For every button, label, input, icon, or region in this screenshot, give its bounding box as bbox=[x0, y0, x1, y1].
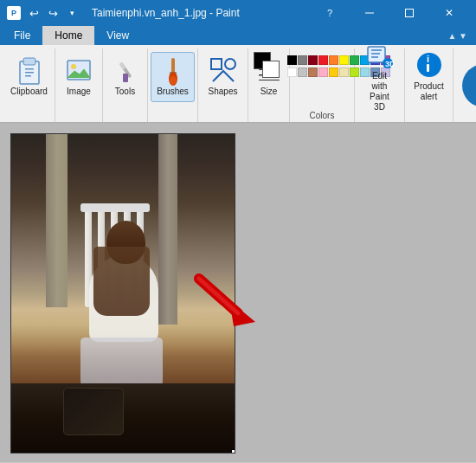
svg-rect-4 bbox=[25, 68, 34, 70]
edit3d-button[interactable]: 3D Edit with Paint 3D bbox=[360, 52, 399, 102]
svg-rect-10 bbox=[123, 74, 128, 82]
product-group: i Product alert bbox=[405, 48, 453, 122]
quick-access-toolbar: ↩ ↪ ▾ bbox=[26, 5, 80, 21]
product-button[interactable]: i Product alert bbox=[408, 52, 448, 102]
svg-text:3D: 3D bbox=[385, 60, 394, 68]
svg-rect-12 bbox=[171, 58, 175, 74]
colors-label: Colors bbox=[310, 109, 335, 120]
brushes-group: Brushes bbox=[148, 48, 198, 122]
svg-rect-1 bbox=[406, 10, 414, 17]
help-button[interactable]: ? bbox=[310, 0, 350, 26]
person-hair bbox=[93, 247, 150, 316]
ribbon: Clipboard Image bbox=[0, 45, 476, 123]
menu-bar-right: ▲ ▼ bbox=[447, 31, 474, 41]
swatch-red[interactable] bbox=[318, 55, 328, 65]
pillar-left bbox=[46, 134, 68, 307]
svg-line-33 bbox=[199, 279, 238, 313]
product-icon: i bbox=[415, 52, 443, 80]
edit3d-icon: 3D bbox=[366, 42, 394, 69]
svg-point-15 bbox=[170, 76, 177, 85]
clipboard-button[interactable]: Clipboard bbox=[5, 52, 53, 102]
svg-rect-6 bbox=[25, 75, 31, 77]
maximize-button[interactable] bbox=[389, 0, 429, 26]
swatch-brown[interactable] bbox=[308, 68, 318, 77]
swatch-pink[interactable] bbox=[318, 68, 328, 77]
minimize-button[interactable] bbox=[350, 0, 389, 26]
svg-rect-30 bbox=[427, 64, 429, 72]
swatch-cream[interactable] bbox=[339, 68, 349, 77]
svg-rect-3 bbox=[23, 58, 35, 65]
edit3d-group: 3D Edit with Paint 3D bbox=[355, 48, 405, 122]
swatch-black[interactable] bbox=[287, 55, 297, 65]
svg-rect-16 bbox=[211, 59, 222, 69]
swatch-yellow[interactable] bbox=[339, 55, 349, 65]
redo-button[interactable]: ↪ bbox=[45, 5, 61, 21]
tools-group: Tools bbox=[103, 48, 148, 122]
luggage bbox=[63, 388, 124, 435]
shapes-button[interactable]: Shapes bbox=[203, 52, 243, 102]
svg-marker-32 bbox=[229, 300, 255, 326]
pillar-right bbox=[158, 134, 177, 325]
menu-bar: File Home View ▲ ▼ bbox=[0, 26, 476, 45]
image-group: Image bbox=[55, 48, 103, 122]
brushes-icon bbox=[159, 57, 187, 85]
swatch-gray[interactable] bbox=[298, 55, 307, 65]
swatch-white[interactable] bbox=[287, 68, 297, 77]
red-arrow bbox=[182, 261, 260, 332]
brushes-label: Brushes bbox=[157, 87, 189, 97]
product-label: Product alert bbox=[414, 81, 443, 102]
color2-swatch[interactable] bbox=[262, 61, 280, 78]
shapes-label: Shapes bbox=[209, 87, 238, 97]
swatch-orange[interactable] bbox=[329, 55, 338, 65]
swatch-lightgray[interactable] bbox=[298, 68, 307, 77]
title-bar: P ↩ ↪ ▾ Taimienphi.vn_anh_1.jpg - Paint … bbox=[0, 0, 476, 26]
svg-rect-0 bbox=[365, 13, 374, 14]
undo-button[interactable]: ↩ bbox=[26, 5, 42, 21]
tools-icon bbox=[112, 57, 139, 85]
canvas-area bbox=[0, 123, 476, 462]
shapes-icon bbox=[209, 57, 237, 85]
svg-text:i: i bbox=[427, 54, 429, 64]
edit3d-label: Edit with Paint 3D bbox=[365, 71, 394, 113]
svg-rect-5 bbox=[25, 72, 34, 74]
svg-point-17 bbox=[225, 59, 235, 69]
clipboard-label: Clipboard bbox=[10, 87, 48, 97]
swatch-darkred[interactable] bbox=[308, 55, 318, 65]
clipboard-group: Clipboard bbox=[3, 48, 55, 122]
logo-area: T Taimienphi .vn bbox=[453, 48, 476, 122]
file-menu[interactable]: File bbox=[2, 26, 42, 45]
tools-label: Tools bbox=[115, 87, 135, 97]
resize-handle[interactable] bbox=[231, 449, 235, 453]
view-tab[interactable]: View bbox=[94, 26, 141, 45]
window-controls: ? ✕ bbox=[310, 0, 469, 26]
app-icon: P bbox=[7, 6, 21, 20]
swatch-amber[interactable] bbox=[329, 68, 338, 77]
brushes-button[interactable]: Brushes bbox=[151, 52, 195, 102]
tools-button[interactable]: Tools bbox=[106, 52, 145, 102]
colors-group: Colors bbox=[290, 48, 355, 122]
clipboard-icon bbox=[16, 57, 43, 85]
shapes-group: Shapes bbox=[198, 48, 248, 122]
customize-qa-button[interactable]: ▾ bbox=[64, 5, 80, 21]
image-label: Image bbox=[67, 87, 91, 97]
image-icon bbox=[65, 57, 93, 85]
close-button[interactable]: ✕ bbox=[429, 0, 469, 26]
image-button[interactable]: Image bbox=[60, 52, 98, 102]
logo-circle: T bbox=[462, 64, 476, 107]
svg-point-8 bbox=[71, 64, 76, 69]
window-title: Taimienphi.vn_anh_1.jpg - Paint bbox=[92, 7, 240, 19]
home-tab[interactable]: Home bbox=[42, 26, 94, 45]
svg-rect-22 bbox=[368, 47, 385, 62]
